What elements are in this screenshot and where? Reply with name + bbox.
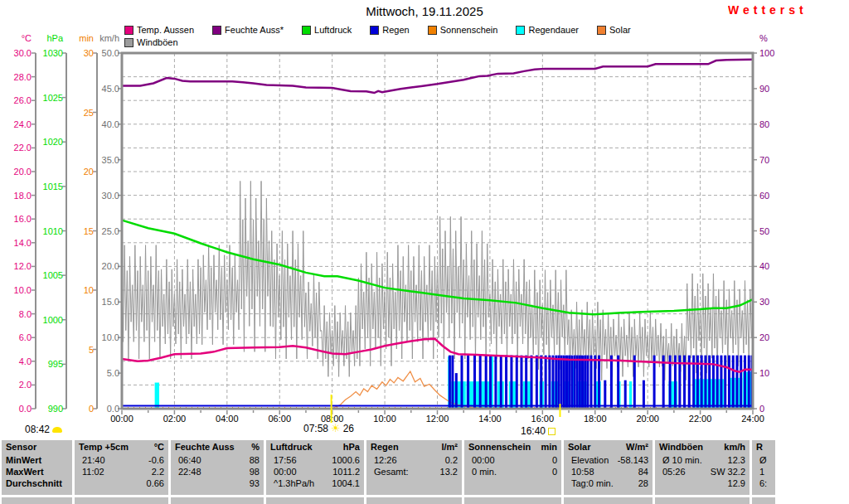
cell: 93: [250, 477, 260, 489]
cell: 10:58: [568, 466, 594, 477]
svg-text:04:00: 04:00: [216, 414, 239, 424]
cell: 06:40: [175, 454, 201, 466]
svg-text:15.0: 15.0: [102, 297, 119, 307]
cell: 13.2: [440, 466, 458, 477]
svg-text:990: 990: [48, 404, 63, 414]
svg-text:100: 100: [759, 48, 774, 58]
svg-text:995: 995: [48, 359, 63, 369]
svg-text:40: 40: [759, 261, 769, 271]
cell: min: [541, 440, 557, 454]
svg-text:20.0: 20.0: [102, 261, 119, 271]
grid-lines: [122, 53, 753, 409]
table-group-regen: Regenl/m²12:260.2Gesamt:13.2: [366, 440, 462, 495]
svg-text:20: 20: [759, 332, 769, 342]
table-group-temp-5cm-strip: [75, 497, 168, 504]
svg-text:10.0: 10.0: [14, 285, 32, 295]
cell: 00:00: [270, 466, 297, 477]
svg-text:50.0: 50.0: [102, 48, 119, 58]
svg-text:1015: 1015: [43, 182, 63, 191]
svg-text:35.0: 35.0: [102, 155, 119, 165]
cell: Gesamt:: [371, 466, 409, 477]
svg-text:90: 90: [759, 84, 769, 94]
svg-text:80: 80: [759, 119, 769, 129]
svg-text:14.0: 14.0: [14, 238, 32, 248]
table-col-sensor: SensorMinWertMaxWertDurchschnitt: [2, 440, 72, 495]
cell: 0.2: [445, 454, 458, 466]
cell: 1011.2: [332, 466, 360, 477]
cell: 11:02: [79, 466, 104, 477]
svg-text:40.0: 40.0: [102, 119, 119, 129]
svg-text:20: 20: [84, 167, 94, 177]
table-group-luftdruck-strip: [266, 497, 364, 504]
cell: 0.66: [147, 477, 164, 489]
cell: MinWert: [6, 454, 41, 466]
svg-text:4.0: 4.0: [19, 356, 32, 366]
cell: SW 32.2: [711, 466, 745, 477]
cell: 0: [552, 454, 557, 466]
cell: 1004.1: [332, 477, 360, 489]
cell: 88: [250, 454, 260, 466]
svg-text:12.0: 12.0: [14, 261, 32, 271]
cell: %: [251, 440, 260, 454]
cell: 6:: [756, 477, 767, 489]
svg-text:15: 15: [84, 226, 94, 236]
svg-text:30: 30: [759, 297, 769, 307]
svg-text:06:00: 06:00: [268, 414, 291, 424]
svg-text:45.0: 45.0: [102, 84, 119, 94]
cell: 84: [638, 466, 648, 477]
svg-text:02:00: 02:00: [163, 414, 187, 424]
sunrise-label: 07:58: [303, 423, 328, 434]
cell: 98: [250, 466, 260, 477]
svg-text:18.0: 18.0: [14, 191, 32, 201]
svg-text:30.0: 30.0: [102, 191, 119, 201]
sunset-label: 16:40: [521, 425, 546, 437]
cell: [175, 477, 178, 489]
svg-text:20:00: 20:00: [636, 414, 659, 424]
svg-text:10.0: 10.0: [102, 332, 119, 342]
table-group-windb-en-strip: [655, 497, 750, 504]
cell: Windböen: [659, 440, 703, 454]
cell: 17:56: [270, 454, 297, 466]
cell: R: [756, 440, 763, 454]
table-group-luftdruck: LuftdruckhPa17:561000.600:001011.2^1.3hP…: [266, 440, 364, 495]
svg-text:14:00: 14:00: [478, 414, 502, 424]
cell: 2.2: [152, 466, 164, 477]
cell: Tag:0 min.: [568, 477, 614, 489]
svg-text:%: %: [759, 33, 768, 43]
cell: Regen: [371, 440, 399, 454]
table-group-solar-strip: [564, 497, 653, 504]
cell: ^1.3hPa/h: [270, 477, 314, 489]
table-group-windb-en: Windböenkm/hØ 10 min.12.305:26SW 32.212.…: [655, 440, 750, 495]
svg-text:18:00: 18:00: [584, 414, 607, 424]
cell: °C: [154, 440, 164, 454]
svg-text:00:00: 00:00: [110, 414, 133, 424]
table-group-r: RØ16:: [752, 440, 775, 495]
svg-text:22:00: 22:00: [689, 414, 712, 424]
svg-text:1000: 1000: [43, 315, 63, 325]
weather-app-window: Mittwoch, 19.11.2025 Wetterst Temp. Auss…: [0, 0, 849, 504]
svg-text:8.0: 8.0: [19, 309, 32, 319]
moonrise-time: 08:42: [25, 424, 62, 435]
cell: 28: [638, 477, 648, 489]
svg-text:25.0: 25.0: [102, 226, 119, 236]
svg-text:0: 0: [759, 404, 764, 414]
svg-text:60: 60: [759, 191, 769, 201]
sunset-square-icon: [548, 428, 555, 435]
humidity-curve: [122, 60, 753, 93]
cell: 0: [552, 466, 557, 477]
svg-text:50: 50: [759, 226, 769, 236]
svg-text:24:00: 24:00: [741, 414, 764, 424]
cell: hPa: [343, 440, 360, 454]
cell: Durchschnitt: [6, 477, 62, 489]
svg-text:22.0: 22.0: [14, 143, 32, 153]
sun-icon: ☀: [331, 424, 341, 433]
svg-text:16.0: 16.0: [14, 214, 32, 224]
sensor-stats-table: SensorMinWertMaxWertDurchschnittTemp +5c…: [0, 440, 779, 504]
moonrise-label: 08:42: [25, 424, 50, 435]
svg-text:1005: 1005: [43, 270, 63, 280]
cell: Sensor: [6, 440, 36, 454]
svg-text:1025: 1025: [43, 93, 63, 103]
cell: 00:00: [468, 454, 495, 466]
solar-curve: [332, 371, 490, 409]
cell: Luftdruck: [270, 440, 313, 454]
